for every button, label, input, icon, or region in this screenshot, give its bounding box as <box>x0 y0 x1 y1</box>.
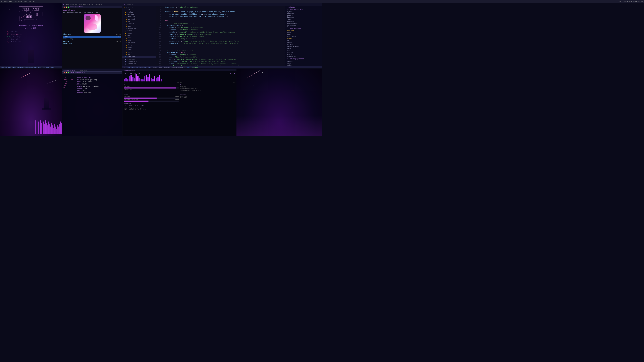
code-l10: system = "x86_64-linux"; # system arch <box>163 27 284 29</box>
qb-newtab-item[interactable]: [t] [New tab] <box>6 38 56 40</box>
ft-pkgs[interactable]: ▶ pkgs <box>122 46 156 49</box>
maximize-dot[interactable] <box>68 6 69 8</box>
audio-bar-3 <box>5 126 5 134</box>
net-send-row: Send: 36.0 <box>180 96 235 97</box>
cpu-bar-9 <box>139 78 140 82</box>
rp-font: font <box>285 50 322 52</box>
audio-bar-0 <box>2 130 2 134</box>
mem-used: RAM: 95% <box>124 86 130 87</box>
fl-row-2: install.org <box>63 38 121 40</box>
audio-bar-2 <box>4 124 4 134</box>
mem-vals: RAM: 95% <box>124 86 179 87</box>
ft-install-org[interactable]: ◉ install.org <box>122 60 156 63</box>
nf-close[interactable] <box>64 72 65 73</box>
neofetch-info: emmet @ snowfire OS: nixos 24.05 (uakari… <box>75 75 100 98</box>
viz-comet <box>19 72 31 79</box>
ft-app[interactable]: ▶ app <box>122 37 156 39</box>
patches-folder-icon: ▶ <box>125 11 126 13</box>
fl-readme: README.org <box>63 43 72 45</box>
neofetch-topbar: emmet@snowfire:~ │ distfetch <box>62 69 122 71</box>
ft-install-org-label: install.org <box>126 61 136 62</box>
sysmon-main-grid: Memory RAM: 95% 5.761G/2.01G Temperature… <box>124 84 235 103</box>
user-icon: ▼ <box>125 35 126 36</box>
nf-user: emmet @ snowfire <box>76 77 91 78</box>
ft-root: ▼ .dotfiles <box>122 6 156 9</box>
ft-hardware[interactable]: ▶ hardware <box>122 41 156 44</box>
ln-3: 3 <box>156 11 161 13</box>
ln-24: 24 <box>156 58 161 61</box>
ft-patches[interactable]: ▶ patches <box>122 11 156 13</box>
nf-min[interactable] <box>66 72 67 73</box>
ft-shell[interactable]: ▶ shell <box>122 49 156 51</box>
qb-closetab-item[interactable]: [x] [Close tab] <box>6 41 56 43</box>
qb-history-item[interactable]: [$ h] [History] <box>6 36 56 38</box>
rp-name: name <box>285 31 322 33</box>
disk-name-2: /dev/dm-0 /nix/store <box>124 99 138 100</box>
term-title: emmet@snowfire:~ <box>70 6 84 8</box>
code-l7: let <box>163 20 284 22</box>
ft-readme-profiles-label: README.org <box>128 28 137 29</box>
cpu-bar-15 <box>149 74 150 81</box>
ft-style[interactable]: ▶ style <box>122 51 156 53</box>
proc-row-2: 550631 emacs 0.2% 0.7% <box>124 108 235 109</box>
pony-image-area <box>63 14 121 33</box>
ln-2: 2 <box>156 9 161 11</box>
flake-nix-icon: ❄ <box>125 56 126 58</box>
harden-icon: ◉ <box>125 58 126 60</box>
ft-readme-profiles[interactable]: ◉ README.org <box>122 27 156 30</box>
fl-row-3: LICENSE 34.2 K <box>63 40 121 43</box>
proc-mem-2: 0.7% <box>140 108 143 109</box>
fl-flake-nix: flake.nix <box>63 33 71 35</box>
ft-harden[interactable]: ◉ harden.sh <box>122 58 156 60</box>
code-text[interactable]: description = "Flake of LibrePhoenix"; o… <box>162 6 285 68</box>
temp-section: Temperatures Temp(°C) card0 (amdgpu): ed… <box>180 84 235 92</box>
sysmon-bg: System Monitor CPU - 1.53 1.14 0.78 CPU … <box>122 69 236 136</box>
fl-install-org: install.org <box>63 38 72 40</box>
term-path: emmet@snowfire: /home/emmet/.dotfiles/fl… <box>66 4 104 5</box>
ft-themes[interactable]: ▶ themes <box>122 32 156 34</box>
editor-position: 3:10 <box>153 66 156 68</box>
ft-personal[interactable]: ▶ personal <box>122 18 156 20</box>
proc-name-2: emacs <box>130 108 134 109</box>
code-l21: userSettings = rec { <box>163 52 284 54</box>
topbar-cpu: 20% <box>14 1 16 2</box>
outline-panel: ▼ description ▼ outputs ▼ ✦ systemSettin… <box>285 3 322 68</box>
audio-bar-46 <box>48 121 49 134</box>
rp-fontpkg: fontPkg <box>285 52 322 54</box>
neofetch-title: emmet@snowfire:~ <box>64 69 76 71</box>
nf-max[interactable] <box>68 72 69 73</box>
ft-system[interactable]: ▶ system <box>122 30 156 32</box>
ft-profiles[interactable]: ▼ profiles <box>122 13 156 16</box>
ft-worklab[interactable]: ▶ worklab <box>122 23 156 25</box>
neofetch-body: \\ \\ // ==\\\\//== //\\\\ // \\\\ // \\… <box>62 74 122 136</box>
nf-arch-key: ARCH: <box>76 83 81 85</box>
ft-lang[interactable]: ▶ lang <box>122 44 156 46</box>
ln-6: 6 <box>156 18 161 20</box>
ft-wm[interactable]: ▶ wm <box>122 53 156 56</box>
cpu-bar-12 <box>144 76 145 81</box>
ln-13: 13 <box>156 33 161 36</box>
terminal-top-topbar: ◆ emmet@snowfire: /home/emmet/.dotfiles/… <box>62 3 122 6</box>
nf-os-row: OS: nixos 24.05 (uakari) <box>76 79 98 81</box>
qb-search-item[interactable]: [o] [Search] <box>6 31 56 33</box>
ft-app-label: app <box>128 37 131 39</box>
minimize-dot[interactable] <box>66 6 67 8</box>
proc-pid-3: 1116 <box>124 109 126 110</box>
ft-install-sh[interactable]: ◉ install.sh <box>122 63 156 65</box>
ft-flake-selected[interactable]: ❄ flake.nix <box>122 56 156 58</box>
cpu-bar-1 <box>126 78 127 82</box>
disk-data: /dev/dm-0 / 504GB /dev/dm-0 /nix/store 5… <box>124 96 179 102</box>
rp-username: username <box>285 29 322 31</box>
ft-user[interactable]: ▼ user <box>122 34 156 37</box>
ft-homelab[interactable]: ▶ home.lab <box>122 16 156 18</box>
ft-bin[interactable]: ▶ bin <box>122 39 156 41</box>
ft-git[interactable]: ▶ .git <box>122 9 156 11</box>
nf-title-text: emmet@snowfire:~ <box>70 72 84 73</box>
qb-quickmarks-item[interactable]: [b] [Quickmarks] <box>6 33 56 35</box>
close-dot[interactable] <box>64 6 65 8</box>
code-l3: outputs = inputs{ self, nixpkgs, nixpkgs… <box>163 11 284 13</box>
install-sh-icon: ◉ <box>125 63 126 65</box>
audio-bar-36 <box>38 121 38 134</box>
ft-work[interactable]: ▶ work <box>122 20 156 23</box>
ft-wsl[interactable]: ▶ wsl <box>122 25 156 27</box>
